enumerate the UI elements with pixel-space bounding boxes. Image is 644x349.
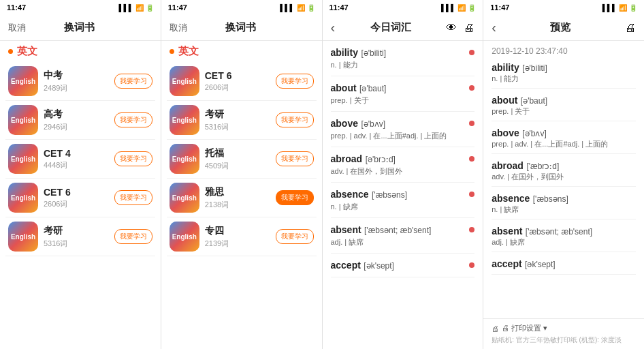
preview-phonetic: [ə'biliti] <box>522 63 547 73</box>
list-item: English 专四 2139词 我要学习 <box>167 217 317 256</box>
word-name: CET 6 <box>205 70 270 81</box>
list-item: English 高考 2946词 我要学习 <box>5 101 155 140</box>
word-icon: English <box>170 183 199 213</box>
preview-def: adv. | 在国外，到国外 <box>492 172 636 182</box>
word-icon: English <box>8 105 38 135</box>
word-name: 专四 <box>205 225 270 237</box>
preview-def: prep. | adv. | 在...上面#adj. | 上面的 <box>492 139 636 149</box>
word-name: 托福 <box>205 147 270 160</box>
word-count: 5316词 <box>44 239 109 249</box>
preview-phonetic: [ə'baut] <box>521 96 547 106</box>
word-icon: English <box>170 66 199 96</box>
vocab-phonetic: [ə'brɔːd] <box>366 155 396 164</box>
battery-icon: 🔋 <box>307 4 315 12</box>
section-title-1: 英文 <box>17 45 37 58</box>
back-button[interactable]: ‹ <box>331 20 336 35</box>
vocab-def: n. | 缺席 <box>331 202 464 212</box>
preview-word: about <box>492 95 517 106</box>
vocab-phonetic: [ə'baut] <box>359 84 386 93</box>
word-info: CET 6 2606词 <box>205 70 270 93</box>
nav-bar-2: 取消 换词书 <box>161 15 322 41</box>
vocab-word: abroad <box>331 153 363 164</box>
status-time-2: 11:47 <box>168 3 187 12</box>
vocab-dot <box>469 262 474 268</box>
vocab-dot <box>469 50 474 55</box>
vocab-item: abroad [ə'brɔːd] adv. | 在国外，到国外 <box>331 147 475 183</box>
study-button[interactable]: 我要学习 <box>114 229 152 244</box>
study-button[interactable]: 我要学习 <box>114 190 152 205</box>
word-name: CET 4 <box>44 148 109 159</box>
preview-phonetic: ['æbrɔːd] <box>526 162 559 171</box>
study-button[interactable]: 我要学习 <box>276 151 314 166</box>
word-info: 专四 2139词 <box>205 225 270 249</box>
status-bar-1: 11:47 ▌▌▌ 📶 🔋 <box>0 0 161 15</box>
preview-word: accept <box>492 258 521 269</box>
word-name: CET 6 <box>44 187 109 198</box>
vocab-phonetic: [ək'sept] <box>364 261 394 271</box>
preview-panel: 11:47 ▌▌▌ 📶 🔋 ‹ 预览 🖨 2019-12-10 23:47:40… <box>483 0 644 349</box>
status-time-4: 11:47 <box>490 3 509 12</box>
word-info: 雅思 2138词 <box>205 186 270 210</box>
vocab-panel: 11:47 ▌▌▌ 📶 🔋 ‹ 今日词汇 👁 🖨 ability [ə'bili… <box>323 0 484 349</box>
word-count: 2138词 <box>205 200 270 210</box>
signal-icon: ▌▌▌ <box>280 4 294 12</box>
word-info: 考研 5316词 <box>205 108 270 132</box>
study-button[interactable]: 我要学习 <box>114 74 152 89</box>
word-count: 2606词 <box>44 199 109 209</box>
vocab-word: about <box>331 82 357 93</box>
study-button[interactable]: 我要学习 <box>276 112 314 127</box>
wifi-icon: 📶 <box>135 4 144 12</box>
print-settings-icon: 🖨 <box>492 324 499 333</box>
word-count: 4509词 <box>205 161 270 171</box>
vocab-def: adj. | 缺席 <box>331 237 464 247</box>
battery-icon: 🔋 <box>468 4 476 12</box>
preview-print-icon[interactable]: 🖨 <box>625 22 636 34</box>
study-button[interactable]: 我要学习 <box>114 112 152 127</box>
signal-icon: ▌▌▌ <box>602 4 617 12</box>
word-count: 5316词 <box>205 122 270 132</box>
word-icon: English <box>170 222 199 252</box>
vocab-content: absent ['æbsənt; æb'sent] adj. | 缺席 <box>331 224 464 247</box>
study-button-active[interactable]: 我要学习 <box>276 190 314 205</box>
study-button[interactable]: 我要学习 <box>114 151 152 166</box>
eye-icon[interactable]: 👁 <box>446 22 457 34</box>
vocab-content: above [ə'bʌv] prep. | adv. | 在...上面#adj.… <box>331 117 464 141</box>
vocab-nav: ‹ 今日词汇 👁 🖨 <box>323 15 483 41</box>
preview-word: absent <box>492 226 522 237</box>
study-button[interactable]: 我要学习 <box>276 229 314 244</box>
battery-icon: 🔋 <box>146 4 154 12</box>
vocab-nav-icons: 👁 🖨 <box>446 22 474 34</box>
cancel-button-1[interactable]: 取消 <box>8 22 26 34</box>
vocab-item: absent ['æbsənt; æb'sent] adj. | 缺席 <box>331 218 475 254</box>
word-name: 中考 <box>44 70 109 82</box>
word-count: 4448词 <box>44 160 109 170</box>
vocab-item: accept [ək'sept] <box>331 254 475 277</box>
vocab-content: about [ə'baut] prep. | 关于 <box>331 82 464 106</box>
cancel-button-2[interactable]: 取消 <box>170 22 187 34</box>
wifi-icon: 📶 <box>457 4 466 12</box>
panel-wordbook-2: 11:47 ▌▌▌ 📶 🔋 取消 换词书 英文 English CET 6 26… <box>161 0 323 349</box>
footer-desc: 贴纸机: 官方三年热敏打印纸 (机型): 浓度淡 <box>492 335 636 345</box>
vocab-def: adv. | 在国外，到国外 <box>331 166 464 177</box>
vocab-phonetic: ['æbsənt; æb'sent] <box>364 226 431 235</box>
preview-word: abroad <box>492 160 524 171</box>
print-icon[interactable]: 🖨 <box>464 22 474 34</box>
study-button[interactable]: 我要学习 <box>276 74 314 89</box>
preview-phonetic: ['æbsəns] <box>533 194 568 204</box>
status-icons-1: ▌▌▌ 📶 🔋 <box>118 4 153 12</box>
list-item: English CET 6 2606词 我要学习 <box>5 179 155 217</box>
vocab-word: absence <box>331 189 369 200</box>
wifi-icon: 📶 <box>297 4 305 12</box>
vocab-dot <box>469 156 474 162</box>
preview-item: ability [ə'biliti] n. | 能力 <box>492 61 636 89</box>
list-item: English 雅思 2138词 我要学习 <box>167 179 317 217</box>
vocab-content: absence ['æbsəns] n. | 缺席 <box>331 188 464 212</box>
preview-content: 2019-12-10 23:47:40 ability [ə'biliti] n… <box>483 41 644 318</box>
vocab-list: ability [ə'biliti] n. | 能力 about [ə'baut… <box>323 41 483 349</box>
vocab-dot <box>469 227 474 232</box>
preview-item: absent ['æbsənt; æb'sent] adj. | 缺席 <box>492 225 636 252</box>
print-settings-button[interactable]: 🖨 🖨 打印设置 ▾ <box>492 323 636 333</box>
vocab-def: prep. | 关于 <box>331 95 464 106</box>
preview-footer: 🖨 🖨 打印设置 ▾ 贴纸机: 官方三年热敏打印纸 (机型): 浓度淡 <box>483 318 644 349</box>
preview-back-button[interactable]: ‹ <box>492 20 496 35</box>
